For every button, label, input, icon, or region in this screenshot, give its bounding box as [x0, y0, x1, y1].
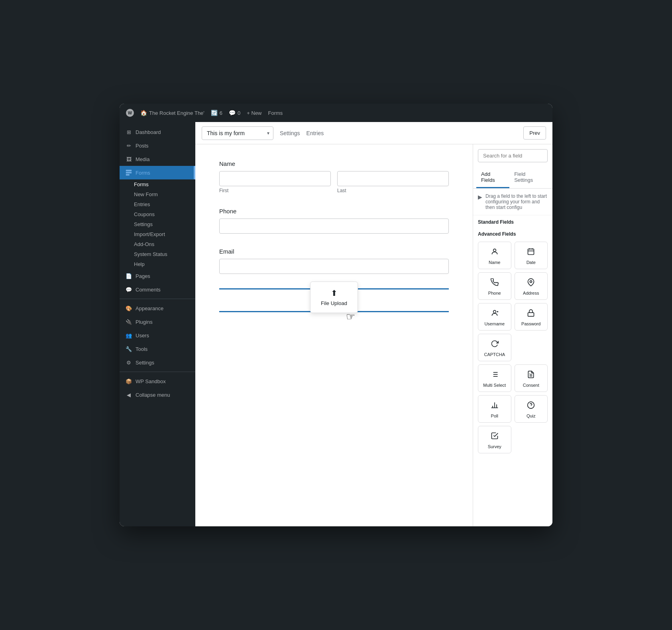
quiz-card-icon [527, 401, 535, 411]
sidebar-label-plugins: Plugins [136, 319, 153, 325]
tab-settings[interactable]: Settings [280, 128, 300, 138]
sidebar-label-posts: Posts [136, 143, 149, 149]
updates-count: 6 [220, 110, 222, 116]
sidebar-item-wp-sandbox[interactable]: 📦 WP Sandbox [120, 374, 195, 388]
field-card-address[interactable]: Address [515, 272, 548, 300]
field-card-password[interactable]: Password [515, 303, 548, 331]
sidebar-item-posts[interactable]: ✏ Posts [120, 139, 195, 152]
wp-logo-icon: W [126, 109, 134, 117]
comment-icon: 💬 [125, 286, 132, 293]
tab-add-fields[interactable]: Add Fields [476, 167, 509, 188]
field-card-poll[interactable]: Poll [478, 395, 511, 423]
field-card-quiz[interactable]: Quiz [515, 395, 548, 423]
comments-icon: 💬 [229, 110, 236, 116]
site-name-label: The Rocket Engine The' [149, 110, 204, 116]
panel-tabs: Add Fields Field Settings [473, 167, 552, 189]
form-canvas: Name First Last [195, 144, 473, 526]
sidebar-item-media[interactable]: 🖼 Media [120, 152, 195, 166]
sidebar-label-forms: Forms [136, 170, 150, 176]
forms-bar-button[interactable]: Forms [268, 110, 283, 116]
submenu-item-forms[interactable]: Forms [134, 179, 195, 189]
sidebar-item-wrapper-forms: Forms Forms New Form Entries Coupons Set… [120, 166, 195, 269]
submenu-item-add-ons[interactable]: Add-Ons [134, 239, 195, 249]
submenu-item-coupons[interactable]: Coupons [134, 209, 195, 219]
appearance-icon: 🎨 [125, 305, 132, 312]
sidebar-item-plugins[interactable]: 🔌 Plugins [120, 315, 195, 329]
advanced-fields-grid: Name Date [473, 239, 552, 456]
comments-button[interactable]: 💬 0 [229, 110, 240, 116]
tab-field-settings[interactable]: Field Settings [509, 167, 549, 188]
field-card-date[interactable]: Date [515, 242, 548, 269]
svg-point-9 [493, 310, 496, 313]
file-upload-label: File Upload [321, 300, 347, 306]
field-card-name[interactable]: Name [478, 242, 511, 269]
sidebar-label-users: Users [136, 333, 149, 339]
field-card-consent-label: Consent [523, 383, 539, 388]
field-card-multi-select-label: Multi Select [483, 383, 506, 388]
sidebar-item-comments[interactable]: 💬 Comments [120, 283, 195, 296]
field-card-password-label: Password [521, 321, 540, 326]
email-input[interactable] [219, 259, 449, 274]
name-field-label: Name [219, 160, 449, 167]
sidebar-item-dashboard[interactable]: ⊞ Dashboard [120, 125, 195, 139]
field-card-consent[interactable]: Consent [515, 364, 548, 392]
sidebar-label-comments: Comments [136, 287, 161, 293]
arrow-right-icon: ▶ [478, 194, 482, 200]
field-card-captcha[interactable]: CAPTCHA [478, 334, 511, 361]
sidebar-item-pages[interactable]: 📄 Pages [120, 269, 195, 283]
submenu-item-new-form[interactable]: New Form [134, 189, 195, 199]
collapse-icon: ◀ [125, 391, 132, 398]
field-card-username[interactable]: Username [478, 303, 511, 331]
sandbox-icon: 📦 [125, 378, 132, 385]
file-upload-tooltip: ⬆ File Upload [310, 282, 358, 313]
field-card-survey[interactable]: Survey [478, 426, 511, 453]
submenu-item-entries[interactable]: Entries [134, 199, 195, 209]
password-card-icon [527, 309, 535, 319]
sidebar-item-collapse[interactable]: ◀ Collapse menu [120, 388, 195, 402]
name-first-input[interactable] [219, 171, 331, 186]
site-name-button[interactable]: 🏠 The Rocket Engine The' [140, 110, 204, 116]
field-card-poll-label: Poll [491, 413, 498, 418]
updates-icon: 🔄 [211, 110, 218, 116]
drop-zone[interactable]: ⬆ File Upload ☞ [219, 288, 449, 312]
name-last-input[interactable] [337, 171, 449, 186]
form-select-wrapper: This is my form ▾ [202, 126, 273, 140]
content-area: This is my form ▾ Settings Entries Prev … [195, 122, 552, 526]
sidebar-item-appearance[interactable]: 🎨 Appearance [120, 301, 195, 315]
svg-point-8 [530, 281, 532, 283]
submenu-item-settings[interactable]: Settings [134, 219, 195, 229]
field-card-captcha-label: CAPTCHA [484, 352, 505, 357]
tab-entries[interactable]: Entries [307, 128, 324, 138]
submenu-item-import-export[interactable]: Import/Export [134, 229, 195, 239]
editor-body: Name First Last [195, 144, 552, 526]
phone-input[interactable] [219, 219, 449, 234]
field-card-username-label: Username [484, 321, 505, 326]
search-field-input[interactable] [478, 149, 548, 162]
new-content-button[interactable]: + New [247, 110, 261, 116]
name-first-col: First [219, 171, 331, 193]
sidebar-divider-1 [120, 299, 195, 299]
sidebar-item-tools[interactable]: 🔧 Tools [120, 342, 195, 356]
field-card-survey-label: Survey [488, 444, 501, 449]
advanced-fields-title: Advanced Fields [473, 227, 552, 239]
username-card-icon [491, 309, 499, 319]
preview-button[interactable]: Prev [523, 126, 546, 140]
field-card-phone-label: Phone [488, 291, 501, 295]
field-card-phone[interactable]: Phone [478, 272, 511, 300]
image-icon: 🖼 [125, 156, 132, 163]
form-field-email: Email [219, 248, 449, 274]
sidebar-item-forms[interactable]: Forms [120, 166, 195, 179]
submenu-item-help[interactable]: Help [134, 259, 195, 269]
panel-drag-hint: ▶ Drag a field to the left to start conf… [473, 189, 552, 215]
app-window: W 🏠 The Rocket Engine The' 🔄 6 💬 0 + New… [120, 104, 552, 526]
form-selector[interactable]: This is my form [202, 126, 273, 140]
sidebar-item-users[interactable]: 👥 Users [120, 329, 195, 342]
sidebar-item-settings[interactable]: ⚙ Settings [120, 356, 195, 369]
field-card-address-label: Address [523, 291, 539, 295]
updates-button[interactable]: 🔄 6 [211, 110, 222, 116]
user-icon: 👥 [125, 332, 132, 339]
wp-logo-button[interactable]: W [126, 109, 134, 117]
poll-card-icon [491, 401, 499, 411]
field-card-multi-select[interactable]: Multi Select [478, 364, 511, 392]
submenu-item-system-status[interactable]: System Status [134, 249, 195, 259]
